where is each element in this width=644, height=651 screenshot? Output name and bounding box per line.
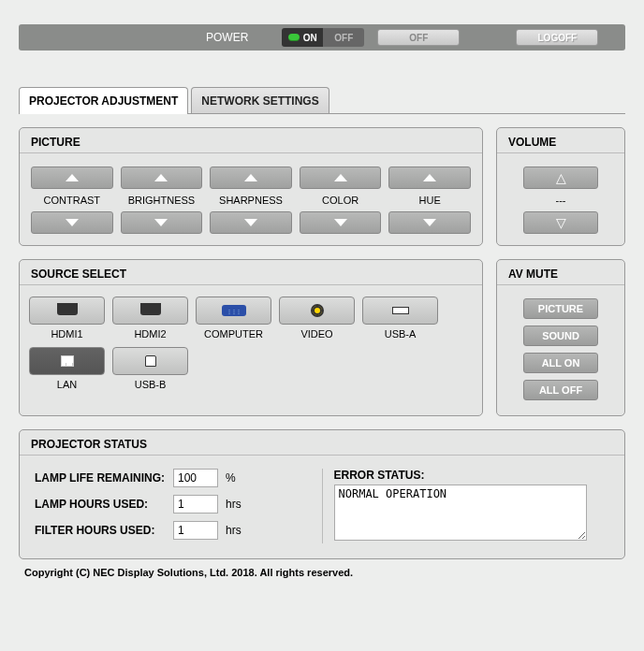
triangle-down-icon (66, 219, 79, 226)
contrast-down-button[interactable] (31, 211, 113, 234)
filter-hours-label: FILTER HOURS USED: (35, 524, 166, 537)
status-title: PROJECTOR STATUS (20, 430, 624, 456)
triangle-up-outline-icon: △ (556, 171, 566, 184)
source-lan-button[interactable] (29, 347, 105, 375)
picture-title: PICTURE (20, 128, 482, 153)
tab-projector-adjustment[interactable]: PROJECTOR ADJUSTMENT (19, 87, 188, 114)
triangle-up-icon (154, 174, 168, 181)
hue-up-button[interactable] (388, 166, 471, 189)
triangle-down-outline-icon: ▽ (556, 216, 566, 229)
source-usbb-button[interactable] (112, 347, 188, 375)
composite-video-icon (311, 304, 324, 317)
lan-icon (61, 355, 74, 367)
tab-network-settings[interactable]: NETWORK SETTINGS (191, 87, 329, 113)
source-usbb-label: USB-B (135, 379, 167, 390)
volume-value: --- (556, 193, 566, 208)
lamp-hours-unit: hrs (226, 498, 242, 511)
brightness-up-button[interactable] (121, 166, 203, 189)
volume-title: VOLUME (497, 128, 624, 153)
copyright: Copyright (C) NEC Display Solutions, Ltd… (19, 559, 625, 578)
source-hdmi1-button[interactable] (29, 297, 105, 325)
source-computer-button[interactable] (196, 297, 271, 325)
lamp-life-unit: % (226, 471, 236, 485)
power-on[interactable]: ON (282, 28, 323, 47)
usb-b-icon (145, 355, 156, 367)
source-usba-label: USB-A (385, 328, 417, 340)
vga-icon (222, 305, 246, 316)
tabs: PROJECTOR ADJUSTMENT NETWORK SETTINGS (19, 88, 625, 114)
volume-up-button[interactable]: △ (523, 166, 598, 189)
lamp-hours-value (173, 495, 218, 514)
avmute-title: AV MUTE (497, 260, 624, 285)
color-down-button[interactable] (300, 211, 382, 234)
error-status-value (334, 485, 587, 541)
power-on-indicator (288, 34, 300, 41)
lamp-life-value (173, 469, 218, 487)
power-label: POWER (206, 31, 248, 44)
contrast-up-button[interactable] (31, 166, 113, 189)
power-toggle[interactable]: ON OFF (282, 28, 364, 47)
triangle-down-icon (334, 219, 347, 226)
source-video-label: VIDEO (300, 328, 332, 340)
picture-panel: PICTURE CONTRAST BRIGHTNESS SHARPNESS (19, 127, 483, 246)
contrast-label: CONTRAST (44, 193, 101, 208)
avmute-picture-button[interactable]: PICTURE (523, 298, 598, 319)
filter-hours-unit: hrs (226, 524, 242, 537)
source-hdmi1-label: HDMI1 (51, 328, 82, 340)
triangle-up-icon (423, 174, 436, 181)
power-off[interactable]: OFF (323, 28, 364, 47)
brightness-label: BRIGHTNESS (128, 193, 196, 208)
triangle-down-icon (154, 219, 168, 226)
status-panel: PROJECTOR STATUS LAMP LIFE REMAINING: % … (19, 429, 625, 559)
triangle-up-icon (66, 174, 79, 181)
source-hdmi2-label: HDMI2 (134, 328, 166, 340)
source-usba-button[interactable] (362, 297, 438, 325)
sharpness-down-button[interactable] (210, 211, 292, 234)
filter-hours-value (173, 521, 218, 540)
sharpness-label: SHARPNESS (219, 193, 283, 208)
av-mute-panel: AV MUTE PICTURE SOUND ALL ON ALL OFF (496, 259, 625, 416)
color-label: COLOR (322, 193, 359, 208)
hue-label: HUE (419, 193, 441, 208)
off-button[interactable]: OFF (377, 29, 460, 46)
hue-down-button[interactable] (388, 211, 471, 234)
hdmi-icon (57, 306, 78, 315)
usb-a-icon (392, 307, 409, 314)
source-video-button[interactable] (279, 297, 355, 325)
volume-panel: VOLUME △ --- ▽ (496, 127, 625, 246)
source-computer-label: COMPUTER (204, 328, 263, 340)
error-status-label: ERROR STATUS: (334, 469, 610, 482)
lamp-life-label: LAMP LIFE REMAINING: (35, 471, 166, 485)
triangle-down-icon (423, 219, 436, 226)
source-title: SOURCE SELECT (20, 260, 482, 285)
avmute-allon-button[interactable]: ALL ON (523, 353, 598, 373)
logoff-button[interactable]: LOGOFF (516, 29, 598, 46)
hdmi-icon (140, 306, 161, 315)
power-bar: POWER ON OFF OFF LOGOFF (19, 24, 625, 51)
source-select-panel: SOURCE SELECT HDMI1 HDMI2 COMPUTER (19, 259, 483, 416)
triangle-up-icon (244, 174, 257, 181)
source-lan-label: LAN (57, 379, 77, 390)
brightness-down-button[interactable] (121, 211, 203, 234)
lamp-hours-label: LAMP HOURS USED: (35, 498, 166, 511)
avmute-sound-button[interactable]: SOUND (523, 326, 598, 346)
color-up-button[interactable] (300, 166, 382, 189)
volume-down-button[interactable]: ▽ (523, 211, 598, 234)
source-hdmi2-button[interactable] (112, 297, 188, 325)
triangle-down-icon (244, 219, 257, 226)
triangle-up-icon (334, 174, 347, 181)
avmute-alloff-button[interactable]: ALL OFF (523, 380, 598, 400)
sharpness-up-button[interactable] (210, 166, 292, 189)
